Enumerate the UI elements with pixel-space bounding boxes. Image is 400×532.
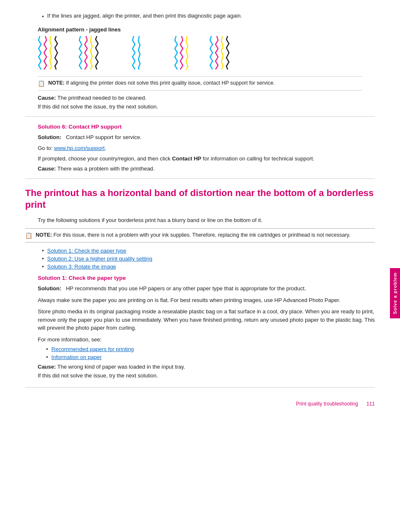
- footer-label: Print quality troubleshooting: [296, 401, 358, 407]
- sol1-body1: Always make sure the paper you are print…: [38, 296, 375, 305]
- bullet-dot-3: •: [42, 263, 44, 270]
- sol1-cause-text: The wrong kind of paper was loaded in th…: [57, 364, 185, 370]
- main-note-text: For this issue, there is not a problem w…: [53, 232, 350, 238]
- solution6-link[interactable]: www.hp.com/support: [54, 145, 105, 151]
- jagged-line-yellow-1: [49, 36, 53, 70]
- bullet-link-item-2: • Solution 2: Use a higher print quality…: [42, 256, 375, 262]
- jagged-line-magenta-5: [215, 36, 219, 70]
- bullet-dot-2: •: [42, 256, 44, 262]
- bullet-dot: •: [42, 13, 44, 20]
- bullet-link-item-1: • Solution 1: Check the paper type: [42, 248, 375, 254]
- jagged-line-yellow-5: [220, 36, 224, 70]
- sol1-solution-text: HP recommends that you use HP papers or …: [66, 285, 306, 292]
- jagged-line-magenta-2: [84, 36, 88, 70]
- jagged-line-black-2: [95, 36, 99, 70]
- jagged-line-black-1: [54, 36, 58, 70]
- sol1-link-item-1: • Recommended papers for printing: [46, 346, 375, 352]
- jagged-line-cyan-1: [38, 36, 42, 70]
- solution6-heading: Solution 6: Contact HP support: [38, 124, 375, 130]
- divider-2: [25, 178, 375, 179]
- alignment-section: Alignment pattern - jagged lines: [38, 26, 375, 70]
- main-note-box: 📋 NOTE: For this issue, there is not a p…: [25, 228, 375, 243]
- solution6-goto-text: Go to:: [38, 145, 54, 151]
- footer: Print quality troubleshooting 111: [296, 401, 375, 407]
- bullet-link-item-3: • Solution 3: Rotate the image: [42, 263, 375, 270]
- side-tab-text: Solve a problem: [392, 272, 397, 314]
- bullet-link-2[interactable]: Solution 2: Use a higher print quality s…: [47, 256, 153, 262]
- sol1-link-2[interactable]: Information on paper: [52, 354, 102, 360]
- solution6-body: If prompted, choose your country/region,…: [38, 155, 375, 163]
- main-note-label: NOTE:: [36, 232, 52, 238]
- solution6-cause: Cause: There was a problem with the prin…: [38, 165, 375, 172]
- sol1-solution: Solution: HP recommends that you use HP …: [38, 284, 375, 293]
- jagged-group-2: [78, 36, 99, 70]
- solution6-goto: Go to: www.hp.com/support.: [38, 144, 375, 152]
- solution6-body-text: If prompted, choose your country/region,…: [38, 155, 172, 162]
- solution6-contact-hp: Contact HP: [172, 155, 201, 162]
- sol1-cause: Cause: The wrong kind of paper was loade…: [38, 364, 375, 370]
- sol1-links-list: • Recommended papers for printing • Info…: [46, 346, 375, 360]
- sol1-more: For more information, see:: [38, 336, 375, 344]
- main-intro: Try the following solutions if your bord…: [38, 216, 375, 225]
- bullet-link-1[interactable]: Solution 1: Check the paper type: [47, 248, 127, 254]
- main-note-content: NOTE: For this issue, there is not a pro…: [36, 232, 351, 238]
- sol1-link-item-2: • Information on paper: [46, 354, 375, 360]
- sol1-heading: Solution 1: Check the paper type: [38, 275, 375, 281]
- solve1: If this did not solve the issue, try the…: [38, 103, 375, 110]
- jagged-group-1: [38, 36, 58, 70]
- solution6-cause-text: There was a problem with the printhead.: [57, 165, 155, 172]
- bullet-link-3[interactable]: Solution 3: Rotate the image: [47, 263, 116, 270]
- solution6-solution-text: Contact HP support for service.: [66, 134, 141, 140]
- jagged-line-cyan-2: [78, 36, 83, 70]
- solution6-solution-label: Solution:: [38, 134, 61, 140]
- note-box-alignment: 📋 NOTE: If aligning the printer does not…: [38, 76, 362, 90]
- jagged-line-cyan-3: [132, 36, 136, 70]
- sol1-solve: If this did not solve the issue, try the…: [38, 372, 375, 379]
- note-text-alignment: If aligning the printer does not solve t…: [66, 80, 275, 86]
- main-note-icon: 📋: [25, 232, 32, 239]
- bullet-dot-1: •: [42, 248, 44, 254]
- sol1-link-1[interactable]: Recommended papers for printing: [52, 346, 134, 352]
- sol1-body2: Store photo media in its original packag…: [38, 307, 375, 332]
- solution6-cause-label: Cause:: [38, 165, 56, 172]
- jagged-line-yellow-4: [185, 36, 189, 70]
- top-bullet-text: If the lines are jagged, align the print…: [47, 13, 242, 20]
- jagged-group-5: [209, 36, 230, 70]
- jagged-group-4: [174, 36, 189, 70]
- jagged-line-cyan-5: [209, 36, 213, 70]
- cause1: Cause: The printhead needed to be cleane…: [38, 95, 375, 101]
- sol1-bullet-dot-2: •: [46, 354, 48, 360]
- divider-3: [25, 387, 375, 387]
- sol1-cause-label: Cause:: [38, 364, 56, 370]
- alignment-label: Alignment pattern - jagged lines: [38, 26, 375, 33]
- main-heading: The printout has a horizontal band of di…: [25, 187, 375, 211]
- jagged-line-yellow-2: [89, 36, 94, 70]
- note-icon-alignment: 📋: [38, 80, 45, 87]
- solution6-body2: for information on calling for technical…: [201, 155, 314, 162]
- jagged-group-3: [132, 36, 141, 70]
- jagged-line-cyan-3b: [137, 36, 141, 70]
- jagged-line-magenta-4: [179, 36, 184, 70]
- cause1-text: The printhead needed to be cleaned.: [57, 95, 147, 101]
- sol1-bullet-dot-1: •: [46, 346, 48, 352]
- alignment-image: [38, 36, 375, 70]
- divider-1: [25, 116, 375, 117]
- solution6-solution: Solution: Contact HP support for service…: [38, 133, 375, 142]
- footer-page: 111: [366, 401, 375, 407]
- note-label-alignment: NOTE: If aligning the printer does not s…: [48, 80, 275, 86]
- jagged-line-cyan-4: [174, 36, 178, 70]
- jagged-line-black-5: [226, 36, 230, 70]
- cause1-label: Cause:: [38, 95, 56, 101]
- side-tab: Solve a problem: [390, 268, 400, 318]
- sol1-solution-label: Solution:: [38, 285, 61, 292]
- bullet-links-list: • Solution 1: Check the paper type • Sol…: [42, 248, 375, 270]
- jagged-line-magenta-1: [43, 36, 47, 70]
